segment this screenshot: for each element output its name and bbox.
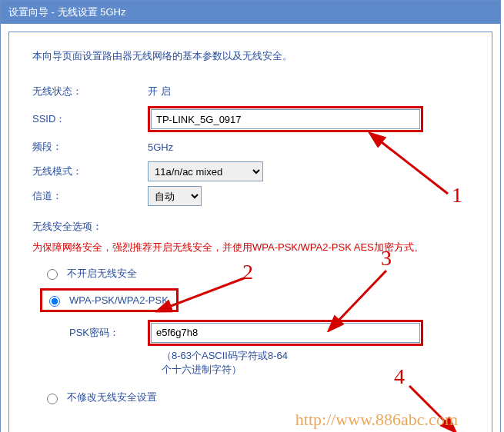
psk-hint: （8-63个ASCII码字符或8-64 个十六进制字符） <box>162 349 476 377</box>
label-band: 频段： <box>32 140 148 154</box>
radio-row-keep[interactable]: 不修改无线安全设置 <box>43 390 476 404</box>
label-status: 无线状态： <box>32 85 148 98</box>
ssid-input[interactable] <box>151 109 420 129</box>
radio-keep[interactable] <box>47 394 58 404</box>
annotation-num-2: 2 <box>242 260 253 284</box>
value-status: 开 启 <box>148 85 171 98</box>
radio-keep-label: 不修改无线安全设置 <box>67 390 157 404</box>
annotation-num-3: 3 <box>381 246 392 271</box>
window-title: 设置向导 - 无线设置 5GHz <box>8 6 125 18</box>
psk-hint-line2: 个十六进制字符） <box>162 364 242 375</box>
radio-off-label: 不开启无线安全 <box>67 267 137 281</box>
label-channel: 信道： <box>32 189 148 203</box>
annotation-num-1: 1 <box>452 183 462 208</box>
radio-wpa[interactable] <box>49 296 60 307</box>
form-panel: 本向导页面设置路由器无线网络的基本参数以及无线安全。 无线状态： 开 启 SSI… <box>8 32 492 432</box>
annotation-arrow-4 <box>402 378 479 432</box>
security-warning: 为保障网络安全，强烈推荐开启无线安全，并使用WPA-PSK/WPA2-PSK A… <box>32 240 476 256</box>
security-section-label: 无线安全选项： <box>32 220 476 234</box>
label-ssid: SSID： <box>32 112 148 126</box>
highlight-ssid <box>148 106 423 132</box>
radio-off[interactable] <box>47 269 58 280</box>
radio-wpa-label: WPA-PSK/WPA2-PSK <box>69 294 169 306</box>
label-mode: 无线模式： <box>32 164 148 178</box>
highlight-wpa-option: WPA-PSK/WPA2-PSK <box>40 288 179 312</box>
title-bar: 设置向导 - 无线设置 5GHz <box>1 1 500 24</box>
value-band: 5GHz <box>148 141 173 153</box>
psk-label: PSK密码： <box>69 326 148 340</box>
intro-text: 本向导页面设置路由器无线网络的基本参数以及无线安全。 <box>32 45 476 77</box>
psk-input[interactable] <box>151 323 420 343</box>
wizard-window: 设置向导 - 无线设置 5GHz 本向导页面设置路由器无线网络的基本参数以及无线… <box>0 0 501 432</box>
annotation-num-4: 4 <box>394 364 405 389</box>
psk-hint-line1: （8-63个ASCII码字符或8-64 <box>162 350 288 361</box>
highlight-psk <box>148 320 423 346</box>
channel-select[interactable]: 自动 <box>148 186 202 206</box>
radio-row-off[interactable]: 不开启无线安全 <box>43 267 476 281</box>
mode-select[interactable]: 11a/n/ac mixed <box>148 161 263 181</box>
